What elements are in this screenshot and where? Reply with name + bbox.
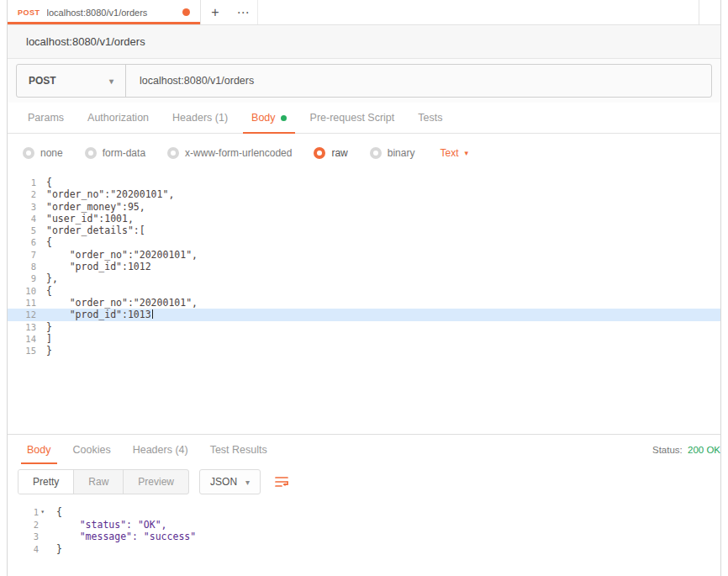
line-text: }, [46,272,58,284]
body-format-dropdown[interactable]: Text ▾ [440,147,468,159]
editor-line[interactable]: 11 "order_no":"20200101", [8,297,720,309]
body-type-option[interactable]: x-www-form-urlencoded [167,147,292,159]
url-input[interactable]: localhost:8080/v1/orders [126,65,711,97]
fold-icon[interactable]: ▾ [40,506,45,519]
line-number: 2 [8,188,46,200]
line-number: 7 [8,249,46,261]
response-format-dropdown[interactable]: JSON ▾ [199,469,261,494]
editor-line[interactable]: 1 { [8,177,720,188]
postman-window: POST localhost:8080/v1/orders + ⋯ localh… [0,0,728,576]
body-type-row: none form-data x-www-form-urlencoded [8,134,720,172]
line-text: "message": "success" [50,531,196,543]
editor-line[interactable]: 2 "order_no":"20200101", [8,188,720,200]
request-tab-item[interactable]: Tests [406,103,454,133]
line-text: { [46,236,52,248]
body-type-label: raw [331,147,347,159]
response-tab[interactable]: Body [16,435,62,464]
editor-line[interactable]: 10 { [8,285,720,297]
response-tab[interactable]: Cookies [62,435,122,464]
body-type-label: form-data [103,147,145,159]
body-type-label: x-www-form-urlencoded [185,147,292,159]
status-value: 200 OK [688,445,720,455]
body-format-value: Text [440,147,458,159]
response-line[interactable]: 2 ▾ "status": "OK", [8,519,720,531]
editor-line[interactable]: 5 "order_details":[ [8,225,720,236]
radio-icon [85,147,97,159]
body-type-label: none [40,147,63,159]
response-tab-label: Headers (4) [133,444,188,456]
editor-line[interactable]: 9 }, [8,272,720,284]
body-type-option[interactable]: form-data [85,147,145,159]
new-tab-button[interactable]: + [201,0,229,24]
body-type-label: binary [388,147,415,159]
line-text: { [46,285,52,297]
editor-line[interactable]: 4 "user_id":1001, [8,213,720,225]
line-number: 15 [8,345,46,357]
radio-icon [23,147,34,159]
response-view-label: Preview [138,476,174,488]
editor-line[interactable]: 8 "prod_id":1012 [8,261,720,272]
line-text: } [46,321,52,333]
editor-line[interactable]: 12 "prod_id":1013 [8,309,720,320]
line-text: } [50,543,62,556]
request-tab-item[interactable]: Params [16,103,76,133]
line-number: 2 ▾ [8,519,50,531]
body-type-option[interactable]: binary [370,147,415,159]
line-text: { [50,506,62,519]
response-view-button[interactable]: Raw [74,470,124,494]
line-number: 13 [8,321,46,333]
response-toolbar: Pretty Raw Preview JSON ▾ [8,464,720,499]
request-tab-item[interactable]: Body [240,103,298,133]
line-number: 3 ▾ [8,531,50,543]
response-body-editor[interactable]: 1 ▾ { 2 ▾ "status": "OK", 3 [8,499,720,576]
request-tab-item[interactable]: Authorization [76,103,161,133]
editor-line[interactable]: 13 } [8,321,720,333]
chevron-down-icon: ▾ [464,149,468,157]
request-tab-label: Params [28,112,64,124]
chevron-down-icon: ▾ [245,478,250,487]
editor-line[interactable]: 7 "order_no":"20200101", [8,249,720,261]
body-type-option[interactable]: raw [314,147,347,159]
tab-bar-right-edge [699,0,720,24]
request-tab-label: Tests [418,112,442,124]
line-text: "order_no":"20200101", [46,249,198,261]
line-number: 6 [8,236,46,248]
request-tab[interactable]: POST localhost:8080/v1/orders [8,0,201,24]
line-number: 4 [8,213,46,225]
editor-line[interactable]: 3 "order_money":95, [8,201,720,213]
tab-bar: POST localhost:8080/v1/orders + ⋯ [8,0,720,25]
editor-line[interactable]: 15 } [8,345,720,357]
tab-title: localhost:8080/v1/orders [47,8,176,18]
editor-line[interactable]: 6 { [8,236,720,248]
response-view-button[interactable]: Preview [124,470,188,494]
request-tab-item[interactable]: Headers (1) [161,103,240,133]
wrap-text-icon[interactable] [271,471,293,493]
line-number: 1 ▾ [8,506,50,519]
body-type-option[interactable]: none [23,147,63,159]
line-number: 1 [8,177,46,188]
response-line[interactable]: 3 ▾ "message": "success" [8,531,720,543]
request-tabs: Params Authorization Headers (1) Body [8,103,720,134]
request-url-control: POST ▾ localhost:8080/v1/orders [16,64,712,98]
line-text: "order_details":[ [46,225,145,236]
editor-line[interactable]: 14 ] [8,333,720,345]
tab-options-button[interactable]: ⋯ [229,0,258,24]
response-tab-label: Test Results [210,444,267,456]
line-number-text: 2 [34,519,39,531]
request-tab-label: Pre-request Script [310,112,395,124]
method-dropdown[interactable]: POST ▾ [17,65,126,97]
request-body-editor[interactable]: 1 { 2 "order_no":"20200101", 3 "order_mo… [8,172,720,434]
line-number: 10 [8,285,46,297]
line-text: "prod_id":1013 [46,309,153,320]
response-tab[interactable]: Headers (4) [122,435,199,464]
method-value: POST [29,75,56,87]
response-line[interactable]: 1 ▾ { [8,506,720,519]
request-tab-item[interactable]: Pre-request Script [298,103,407,133]
request-tab-label: Headers (1) [172,112,228,124]
active-tab-underline [8,22,200,24]
main-panel: POST localhost:8080/v1/orders + ⋯ localh… [7,0,721,576]
request-title: localhost:8080/v1/orders [26,35,145,48]
response-tab[interactable]: Test Results [199,435,278,464]
response-view-button[interactable]: Pretty [18,470,74,494]
response-line[interactable]: 4 ▾ } [8,543,720,556]
